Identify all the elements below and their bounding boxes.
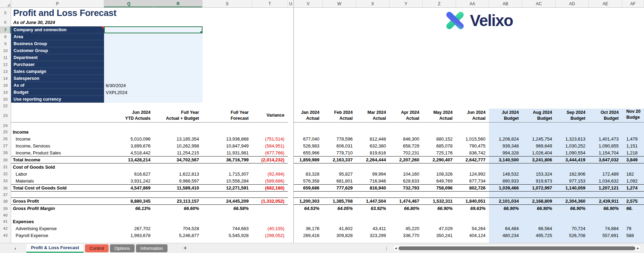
- cell[interactable]: 702,231: [389, 149, 423, 156]
- cell[interactable]: 269,416: [294, 232, 323, 239]
- column-header-AA[interactable]: AA: [456, 0, 489, 7]
- column-header-V[interactable]: V: [294, 0, 323, 7]
- cell[interactable]: 74,884: [589, 225, 622, 232]
- cell[interactable]: [389, 192, 423, 197]
- cell[interactable]: [456, 103, 489, 109]
- cell[interactable]: (682,180): [252, 184, 288, 192]
- cell[interactable]: 2,101,034: [489, 197, 522, 205]
- cell[interactable]: [389, 103, 423, 109]
- column-title[interactable]: Jan 2024Actual: [294, 109, 323, 123]
- cell[interactable]: 1,154,704: [589, 149, 622, 156]
- row-label[interactable]: Labor: [11, 170, 104, 177]
- cell[interactable]: 66.13%: [104, 205, 154, 212]
- row-header-5[interactable]: 5: [0, 8, 11, 18]
- cell[interactable]: [288, 212, 294, 218]
- cell[interactable]: 2,642,777: [456, 156, 489, 163]
- cell[interactable]: (751,514): [252, 135, 288, 142]
- row-label[interactable]: Gross Profit Margin: [11, 205, 104, 212]
- cell[interactable]: [556, 103, 589, 109]
- column-header-R[interactable]: R: [154, 0, 203, 7]
- cell[interactable]: 323,299: [356, 232, 389, 239]
- column-title[interactable]: Nov 20Budge: [622, 109, 644, 123]
- column-title[interactable]: Oct 2024Budget: [589, 109, 622, 123]
- column-title[interactable]: Aug 2024Budget: [522, 109, 556, 123]
- cell[interactable]: [252, 212, 288, 218]
- row-header-19[interactable]: 19: [0, 89, 11, 96]
- cell[interactable]: [104, 103, 154, 109]
- cell[interactable]: [203, 123, 252, 128]
- add-sheet-button[interactable]: +: [183, 245, 187, 252]
- cell[interactable]: [522, 192, 556, 197]
- cell[interactable]: [556, 218, 589, 225]
- cell[interactable]: [323, 239, 356, 243]
- cell[interactable]: [522, 239, 556, 243]
- cell[interactable]: 43,411: [356, 225, 389, 232]
- cell[interactable]: 606,031: [323, 142, 356, 149]
- row-header-39[interactable]: 39: [0, 205, 11, 212]
- row-label[interactable]: Total Cost of Goods Sold: [11, 184, 104, 192]
- cell[interactable]: (92,494): [252, 170, 288, 177]
- cell[interactable]: (584,951): [252, 142, 288, 149]
- cell[interactable]: 716,946: [356, 177, 389, 184]
- cell[interactable]: 350,241: [423, 232, 456, 239]
- row-header-23[interactable]: 23: [0, 109, 11, 123]
- cell[interactable]: 1,245,754: [522, 135, 556, 142]
- cell[interactable]: 677,040: [294, 135, 323, 142]
- row-header-10[interactable]: 10: [0, 47, 11, 54]
- cell[interactable]: [589, 192, 622, 197]
- cell[interactable]: [288, 239, 294, 243]
- cell[interactable]: 1,072,997: [522, 184, 556, 192]
- cell[interactable]: [294, 212, 323, 218]
- filter-value-input[interactable]: [104, 96, 203, 103]
- cell[interactable]: 104,160: [389, 170, 423, 177]
- cell[interactable]: [203, 103, 252, 109]
- cell[interactable]: 819,616: [356, 149, 389, 156]
- cell[interactable]: [356, 103, 389, 109]
- row-header-43[interactable]: 43: [0, 232, 11, 239]
- cell[interactable]: [294, 103, 323, 109]
- cell[interactable]: 2,575: [622, 197, 644, 205]
- column-title[interactable]: Jul 2024Budget: [489, 109, 522, 123]
- cell[interactable]: [522, 123, 556, 128]
- cell[interactable]: [288, 142, 294, 149]
- column-title[interactable]: May 2024Actual: [423, 109, 456, 123]
- cell[interactable]: [622, 218, 644, 225]
- row-header-8[interactable]: 8: [0, 33, 11, 40]
- column-title[interactable]: Sep 2024Budget: [556, 109, 589, 123]
- row-header-31[interactable]: 31: [0, 163, 11, 170]
- cell[interactable]: [154, 163, 203, 170]
- cell[interactable]: [288, 135, 294, 142]
- cell[interactable]: [323, 212, 356, 218]
- cell[interactable]: 732,793: [389, 184, 423, 192]
- row-header-7[interactable]: 7: [0, 26, 11, 33]
- cell[interactable]: [11, 212, 104, 218]
- row-label[interactable]: Gross Profit: [11, 197, 104, 205]
- cell[interactable]: 939,348: [489, 142, 522, 149]
- cell[interactable]: [154, 218, 203, 225]
- cell[interactable]: 616,627: [104, 170, 154, 177]
- filter-value-input[interactable]: [104, 75, 203, 82]
- cell[interactable]: 3,647,032: [589, 156, 622, 163]
- cell[interactable]: 1,859,989: [294, 156, 323, 163]
- cell[interactable]: 1,207,121: [589, 184, 622, 192]
- cell[interactable]: [489, 128, 522, 135]
- row-header-28[interactable]: 28: [0, 149, 11, 156]
- cell[interactable]: 63.92%: [356, 205, 389, 212]
- cell[interactable]: [356, 212, 389, 218]
- filter-value-input[interactable]: 6/30/2024: [104, 82, 203, 89]
- cell[interactable]: 3,849: [622, 156, 644, 163]
- cell[interactable]: 2,264,444: [356, 156, 389, 163]
- row-label[interactable]: Payroll Expense: [11, 232, 104, 239]
- cell[interactable]: [556, 123, 589, 128]
- cell[interactable]: [456, 128, 489, 135]
- cell[interactable]: 1,840,051: [456, 197, 489, 205]
- cell[interactable]: [389, 128, 423, 135]
- cell[interactable]: [456, 123, 489, 128]
- cell[interactable]: 2,168,809: [522, 197, 556, 205]
- cell[interactable]: [288, 109, 294, 123]
- cell[interactable]: [154, 128, 203, 135]
- cell[interactable]: 148,532: [489, 170, 522, 177]
- cell[interactable]: 404,124: [456, 232, 489, 239]
- cell[interactable]: [104, 212, 154, 218]
- cell[interactable]: [356, 192, 389, 197]
